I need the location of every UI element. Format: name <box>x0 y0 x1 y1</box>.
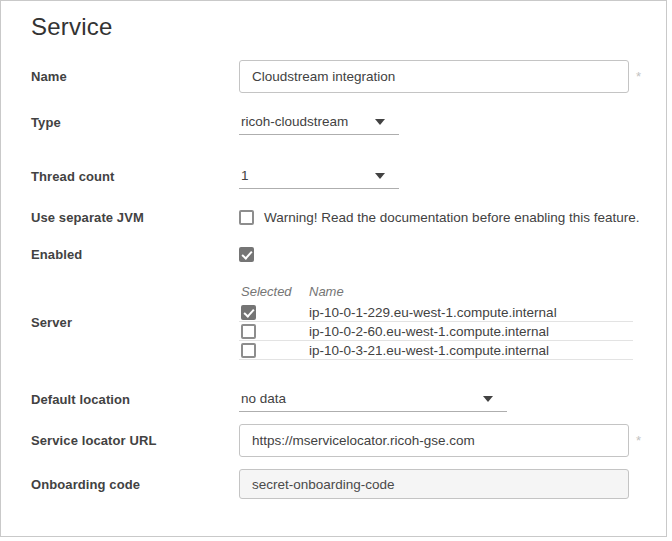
name-row: Name * <box>31 60 666 93</box>
default-location-label: Default location <box>31 392 239 407</box>
dropdown-arrow-icon <box>375 119 385 125</box>
required-marker: * <box>636 433 641 448</box>
dropdown-arrow-icon <box>483 396 493 402</box>
thread-count-label: Thread count <box>31 169 239 184</box>
server-table: Selected Name ip-10-0-1-229.eu-west-1.co… <box>239 284 633 360</box>
name-label: Name <box>31 69 239 84</box>
default-location-row: Default location no data <box>31 386 666 412</box>
dropdown-arrow-icon <box>375 173 385 179</box>
use-separate-jvm-checkbox[interactable] <box>239 210 254 225</box>
column-header-name: Name <box>309 284 633 300</box>
service-locator-url-input[interactable] <box>239 424 629 457</box>
service-locator-url-row: Service locator URL * <box>31 424 666 457</box>
server-table-header: Selected Name <box>239 284 633 300</box>
page-title: Service <box>31 13 666 41</box>
required-marker: * <box>636 69 641 84</box>
server-name: ip-10-0-1-229.eu-west-1.compute.internal <box>309 305 633 320</box>
server-name: ip-10-0-3-21.eu-west-1.compute.internal <box>309 343 633 358</box>
default-location-select[interactable]: no data <box>239 386 507 412</box>
use-separate-jvm-label: Use separate JVM <box>31 210 239 225</box>
thread-count-row: Thread count 1 <box>31 163 666 189</box>
enabled-label: Enabled <box>31 247 239 262</box>
use-separate-jvm-row: Use separate JVM Warning! Read the docum… <box>31 210 666 225</box>
server-row-checkbox[interactable] <box>241 324 256 339</box>
name-input[interactable] <box>239 60 629 93</box>
table-row: ip-10-0-3-21.eu-west-1.compute.internal <box>239 341 633 360</box>
default-location-select-value: no data <box>241 391 286 406</box>
type-select-value: ricoh-cloudstream <box>241 114 348 129</box>
service-locator-url-label: Service locator URL <box>31 433 239 448</box>
server-row-checkbox[interactable] <box>241 343 256 358</box>
jvm-warning-text: Warning! Read the documentation before e… <box>264 210 640 225</box>
type-row: Type ricoh-cloudstream <box>31 109 666 135</box>
server-name: ip-10-0-2-60.eu-west-1.compute.internal <box>309 324 633 339</box>
enabled-row: Enabled <box>31 247 666 262</box>
server-label: Server <box>31 315 239 330</box>
type-label: Type <box>31 115 239 130</box>
onboarding-code-label: Onboarding code <box>31 477 239 492</box>
server-row: Server Selected Name ip-10-0-1-229.eu-we… <box>31 284 666 360</box>
enabled-checkbox[interactable] <box>239 247 254 262</box>
table-row: ip-10-0-1-229.eu-west-1.compute.internal <box>239 303 633 322</box>
service-form-panel: Service Name * Type ricoh-cloudstream Th… <box>0 0 667 537</box>
server-row-checkbox[interactable] <box>241 305 256 320</box>
thread-count-select-value: 1 <box>241 168 249 183</box>
onboarding-code-input <box>239 469 629 499</box>
table-row: ip-10-0-2-60.eu-west-1.compute.internal <box>239 322 633 341</box>
type-select[interactable]: ricoh-cloudstream <box>239 109 399 135</box>
onboarding-code-row: Onboarding code <box>31 469 666 499</box>
thread-count-select[interactable]: 1 <box>239 163 399 189</box>
column-header-selected: Selected <box>239 284 309 300</box>
